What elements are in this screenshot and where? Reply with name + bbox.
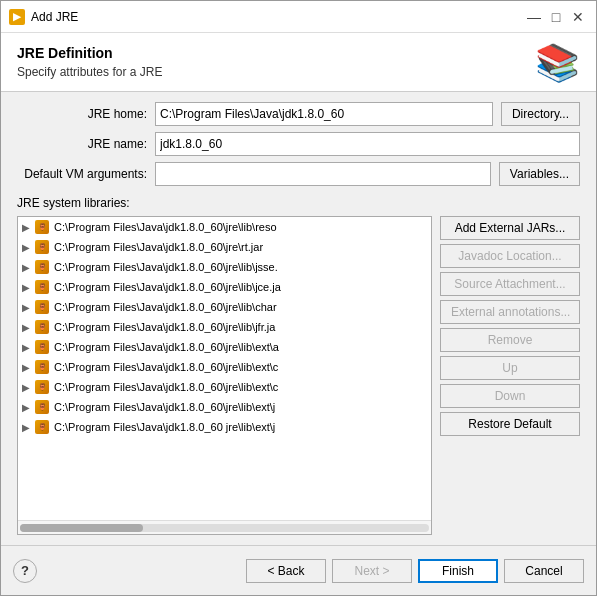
jar-icon: 🏺 (34, 399, 50, 415)
header-title: JRE Definition (17, 45, 162, 61)
jre-home-input[interactable] (155, 102, 493, 126)
jre-name-row: JRE name: (17, 132, 580, 156)
add-external-jars-button[interactable]: Add External JARs... (440, 216, 580, 240)
jre-home-label: JRE home: (17, 107, 147, 121)
expand-arrow: ▶ (22, 402, 30, 413)
jar-icon: 🏺 (34, 299, 50, 315)
finish-button[interactable]: Finish (418, 559, 498, 583)
minimize-button[interactable]: — (524, 7, 544, 27)
source-attachment-button[interactable]: Source Attachment... (440, 272, 580, 296)
jre-name-label: JRE name: (17, 137, 147, 151)
directory-button[interactable]: Directory... (501, 102, 580, 126)
libraries-label: JRE system libraries: (17, 196, 580, 210)
library-list-container: ▶ 🏺 C:\Program Files\Java\jdk1.8.0_60\jr… (17, 216, 432, 535)
jre-name-input[interactable] (155, 132, 580, 156)
restore-default-button[interactable]: Restore Default (440, 412, 580, 436)
jar-icon: 🏺 (34, 379, 50, 395)
title-bar-left: ▶ Add JRE (9, 9, 78, 25)
library-path: C:\Program Files\Java\jdk1.8.0_60\jre\rt… (54, 241, 263, 253)
external-annotations-button[interactable]: External annotations... (440, 300, 580, 324)
cancel-button[interactable]: Cancel (504, 559, 584, 583)
expand-arrow: ▶ (22, 322, 30, 333)
vm-args-row: Default VM arguments: Variables... (17, 162, 580, 186)
list-item[interactable]: ▶ 🏺 C:\Program Files\Java\jdk1.8.0_60\jr… (18, 297, 431, 317)
libraries-section: ▶ 🏺 C:\Program Files\Java\jdk1.8.0_60\jr… (17, 216, 580, 535)
variables-button[interactable]: Variables... (499, 162, 580, 186)
library-path: C:\Program Files\Java\jdk1.8.0_60\jre\li… (54, 321, 275, 333)
jar-icon: 🏺 (34, 319, 50, 335)
help-button[interactable]: ? (13, 559, 37, 583)
expand-arrow: ▶ (22, 282, 30, 293)
title-bar: ▶ Add JRE — □ ✕ (1, 1, 596, 33)
content: JRE home: Directory... JRE name: Default… (1, 92, 596, 545)
list-item[interactable]: ▶ 🏺 C:\Program Files\Java\jdk1.8.0_60 jr… (18, 417, 431, 437)
expand-arrow: ▶ (22, 262, 30, 273)
jar-icon: 🏺 (34, 359, 50, 375)
vm-args-input[interactable] (155, 162, 491, 186)
list-item[interactable]: ▶ 🏺 C:\Program Files\Java\jdk1.8.0_60\jr… (18, 357, 431, 377)
list-item[interactable]: ▶ 🏺 C:\Program Files\Java\jdk1.8.0_60\jr… (18, 317, 431, 337)
library-path: C:\Program Files\Java\jdk1.8.0_60\jre\li… (54, 261, 278, 273)
list-item[interactable]: ▶ 🏺 C:\Program Files\Java\jdk1.8.0_60\jr… (18, 377, 431, 397)
expand-arrow: ▶ (22, 422, 30, 433)
next-button[interactable]: Next > (332, 559, 412, 583)
close-button[interactable]: ✕ (568, 7, 588, 27)
list-item[interactable]: ▶ 🏺 C:\Program Files\Java\jdk1.8.0_60\jr… (18, 257, 431, 277)
library-list[interactable]: ▶ 🏺 C:\Program Files\Java\jdk1.8.0_60\jr… (18, 217, 431, 520)
maximize-button[interactable]: □ (546, 7, 566, 27)
expand-arrow: ▶ (22, 242, 30, 253)
library-path: C:\Program Files\Java\jdk1.8.0_60\jre\li… (54, 401, 275, 413)
expand-arrow: ▶ (22, 342, 30, 353)
bottom-left: ? (13, 559, 37, 583)
down-button[interactable]: Down (440, 384, 580, 408)
horizontal-scrollbar[interactable] (18, 520, 431, 534)
header-icon: 📚 (535, 45, 580, 81)
dialog: ▶ Add JRE — □ ✕ JRE Definition Specify a… (0, 0, 597, 596)
library-path: C:\Program Files\Java\jdk1.8.0_60\jre\li… (54, 301, 277, 313)
scrollbar-track (20, 524, 429, 532)
dialog-title: Add JRE (31, 10, 78, 24)
jre-home-row: JRE home: Directory... (17, 102, 580, 126)
bottom-right: < Back Next > Finish Cancel (246, 559, 584, 583)
back-button[interactable]: < Back (246, 559, 326, 583)
header-section: JRE Definition Specify attributes for a … (1, 33, 596, 92)
library-path: C:\Program Files\Java\jdk1.8.0_60\jre\li… (54, 221, 277, 233)
expand-arrow: ▶ (22, 302, 30, 313)
expand-arrow: ▶ (22, 222, 30, 233)
header-subtitle: Specify attributes for a JRE (17, 65, 162, 79)
library-buttons: Add External JARs... Javadoc Location...… (440, 216, 580, 535)
library-path: C:\Program Files\Java\jdk1.8.0_60\jre\li… (54, 361, 278, 373)
library-path: C:\Program Files\Java\jdk1.8.0_60\jre\li… (54, 341, 279, 353)
scrollbar-thumb (20, 524, 143, 532)
list-item[interactable]: ▶ 🏺 C:\Program Files\Java\jdk1.8.0_60\jr… (18, 217, 431, 237)
library-path: C:\Program Files\Java\jdk1.8.0_60 jre\li… (54, 421, 275, 433)
title-bar-controls: — □ ✕ (524, 7, 588, 27)
header-text: JRE Definition Specify attributes for a … (17, 45, 162, 79)
list-item[interactable]: ▶ 🏺 C:\Program Files\Java\jdk1.8.0_60\jr… (18, 337, 431, 357)
bottom-bar: ? < Back Next > Finish Cancel (1, 545, 596, 595)
vm-args-label: Default VM arguments: (17, 167, 147, 181)
jar-icon: 🏺 (34, 419, 50, 435)
remove-button[interactable]: Remove (440, 328, 580, 352)
app-icon: ▶ (9, 9, 25, 25)
list-item[interactable]: ▶ 🏺 C:\Program Files\Java\jdk1.8.0_60\jr… (18, 397, 431, 417)
jar-icon: 🏺 (34, 239, 50, 255)
jar-icon: 🏺 (34, 219, 50, 235)
up-button[interactable]: Up (440, 356, 580, 380)
jar-icon: 🏺 (34, 339, 50, 355)
javadoc-location-button[interactable]: Javadoc Location... (440, 244, 580, 268)
list-item[interactable]: ▶ 🏺 C:\Program Files\Java\jdk1.8.0_60\jr… (18, 237, 431, 257)
list-item[interactable]: ▶ 🏺 C:\Program Files\Java\jdk1.8.0_60\jr… (18, 277, 431, 297)
library-path: C:\Program Files\Java\jdk1.8.0_60\jre\li… (54, 281, 281, 293)
jar-icon: 🏺 (34, 279, 50, 295)
jar-icon: 🏺 (34, 259, 50, 275)
library-path: C:\Program Files\Java\jdk1.8.0_60\jre\li… (54, 381, 278, 393)
expand-arrow: ▶ (22, 362, 30, 373)
expand-arrow: ▶ (22, 382, 30, 393)
